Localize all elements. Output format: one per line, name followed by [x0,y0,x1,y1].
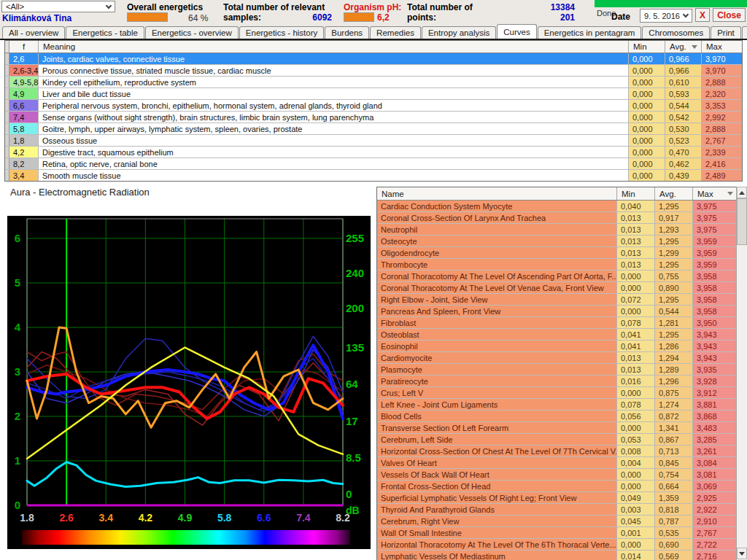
col-header-min[interactable]: Min [617,187,655,200]
tab-chromosomes[interactable]: Chromosomes [642,26,710,39]
samples-table-scrollbar[interactable] [736,187,747,560]
tab-curves[interactable]: Curves [497,24,536,39]
sample-row[interactable]: Plasmocyte0,0131,2893,935 [377,364,737,376]
tab-print[interactable]: Print [711,26,741,39]
sample-row[interactable]: Pancreas And Spleen, Front View0,0000,54… [377,306,737,317]
sample-row[interactable]: Cerebrum, Left Side0,0530,8673,285 [377,434,737,446]
frequency-row[interactable]: 8,2Retina, optic nerve, cranial bone0,00… [5,158,742,170]
sample-row[interactable]: Right Elbow - Joint, Side View0,0721,295… [377,294,737,306]
sample-row[interactable]: Wall Of Small Intestine0,0010,5352,767 [377,527,737,539]
col-header-avg[interactable]: Avg. [665,41,702,52]
max-cell: 2,888 [702,123,742,134]
sample-row[interactable]: Neutrophil0,0131,2933,975 [377,224,737,236]
tab-energetics-history[interactable]: Energetics - history [239,26,324,39]
sample-row[interactable]: Blood Cells0,0560,8723,868 [377,411,737,422]
frequency-cell: 2,6 [9,53,39,64]
svg-text:2: 2 [15,410,20,422]
tab-energetics-table[interactable]: Energetics - table [66,26,144,39]
frequency-row[interactable]: 6,6Peripheral nervous system, bronchi, e… [5,100,742,112]
svg-text:5: 5 [15,276,20,289]
min-cell: 0,000 [617,539,655,550]
max-cell: 3,868 [693,411,737,421]
max-cell: 3,959 [693,236,737,246]
sample-row[interactable]: Coronal Cross-Section Of Larynx And Trac… [377,212,737,224]
max-cell: 2,925 [693,492,737,503]
name-cell: Wall Of Small Intestine [377,527,617,538]
frequency-row[interactable]: 4,2Digestive tract, squamous epithelium0… [5,147,742,158]
sample-row[interactable]: Crus; Left V0,0000,8753,912 [377,387,737,399]
max-cell: 3,970 [702,53,742,64]
min-cell: 0,000 [629,135,665,146]
sample-row[interactable]: Coronal Thoracotomy At The Level Of Asce… [377,271,737,282]
date-dropdown[interactable]: 9. 5. 2016 [640,9,692,23]
col-header-min[interactable]: Min [629,41,665,52]
col-header-name[interactable]: Name [377,187,617,200]
frequency-row[interactable]: 4,9Liver and bile duct tissue0,0000,5932… [5,88,742,100]
frequency-row[interactable]: 4,9-5,8Kindey cell epithelium, reproduct… [5,77,742,88]
sample-row[interactable]: Lymphatic Vessels Of Mediastinum0,0140,5… [377,551,737,560]
frequency-row[interactable]: 5,8Goitre, lymph, upper airways, lymphat… [5,123,742,135]
avg-cell: 1,289 [655,364,693,375]
tab-all-overview[interactable]: All - overview [2,26,65,39]
close-button[interactable]: Close [713,8,746,22]
sample-row[interactable]: Frontal Cross-Section Of Head0,0000,6643… [377,481,737,492]
svg-text:6.6: 6.6 [257,512,271,524]
sample-row[interactable]: Paratireocyte0,0161,2963,928 [377,376,737,387]
sample-row[interactable]: Cardiac Conduction System Myocyte0,0401,… [377,201,737,212]
sample-row[interactable]: Eosinophil0,0411,2863,943 [377,341,737,352]
svg-text:3: 3 [15,365,20,378]
filter-dropdown[interactable]: <All> [1,1,115,12]
scrollbar-thumb[interactable] [737,198,747,245]
tab-energetics-in-pentagram[interactable]: Energetics in pentagram [538,26,642,39]
avg-cell: 0,890 [655,282,693,293]
min-cell: 0,013 [617,212,655,223]
tab-entropy-analysis[interactable]: Entropy analysis [422,26,496,39]
overall-energetics-label: Overall energetics [127,2,203,12]
avg-cell: 0,593 [665,88,702,99]
aura-chart[interactable]: 012345625524020013564178.50dB1.82.63.44.… [7,216,371,549]
avg-cell: 1,286 [655,341,693,351]
meaning-cell: Digestive tract, squamous epithelium [39,147,629,158]
avg-cell: 0,787 [655,516,693,526]
organism-ph-label: Organism pH: [344,2,401,12]
chevron-down-icon [683,12,689,18]
sample-row[interactable]: Coronal Thoracotomy At The Level Of Vena… [377,282,737,294]
tab-burdens[interactable]: Burdens [325,26,369,39]
col-header-max[interactable]: Max [693,187,737,200]
col-header-max[interactable]: Max [702,41,742,52]
sample-row[interactable]: Superficial Lymphatic Vessels Of Right L… [377,492,737,504]
sample-row[interactable]: Osteoblast0,0411,2953,943 [377,329,737,341]
sample-row[interactable]: Cardiomyocite0,0131,2943,943 [377,352,737,364]
name-cell: Coronal Thoracotomy At The Level Of Asce… [377,271,617,281]
frequency-row[interactable]: 2,6Joints, cardiac valves, connective ti… [5,53,742,65]
frequency-row[interactable]: 7,4Sense organs (without sight strength)… [5,112,742,123]
sample-row[interactable]: Horizontal Cross-Section Of Chest At The… [377,446,737,457]
svg-text:3.4: 3.4 [99,512,114,524]
sample-row[interactable]: Vessels Of Back Wall Of Heart0,0000,7543… [377,469,737,481]
sample-row[interactable]: Thyroid And Parathyroid Glands0,0030,818… [377,504,737,516]
tab-energetics-overview[interactable]: Energetics - overview [145,26,239,39]
tab-log[interactable]: Log [742,26,747,39]
sample-row[interactable]: Osteocyte0,0131,2953,959 [377,236,737,247]
scroll-down-button[interactable] [737,548,747,559]
sample-row[interactable]: Left Knee - Joint Cum Ligaments0,0781,27… [377,399,737,411]
scroll-up-button[interactable] [737,187,747,198]
delete-button[interactable]: X [695,8,710,22]
sample-row[interactable]: Oligodendrocyte0,0131,2993,959 [377,247,737,259]
col-header-f[interactable]: f [9,41,39,52]
col-header-avg[interactable]: Avg. [655,187,693,200]
frequency-row[interactable]: 3,4Smooth muscle tissue0,0000,4392,489 [5,170,742,182]
col-header-meaning[interactable]: Meaning [39,41,629,52]
date-value: 9. 5. 2016 [644,12,680,20]
sample-row[interactable]: Transverse Section Of Left Forearm0,0001… [377,422,737,434]
sample-row[interactable]: Fibroblast0,0781,2813,950 [377,317,737,329]
max-cell: 2,767 [693,527,737,538]
sample-row[interactable]: Cerebrum, Right View0,0450,7872,910 [377,516,737,527]
sample-row[interactable]: Horizontal Thoracotomy At The Level Of T… [377,539,737,551]
sample-row[interactable]: Thrombocyte0,0131,2953,959 [377,259,737,271]
sample-row[interactable]: Valves Of Heart0,0040,8453,084 [377,457,737,469]
frequency-row[interactable]: 1,8Osseous tissue0,0000,5232,767 [5,135,742,147]
tab-remedies[interactable]: Remedies [370,26,421,39]
frequency-row[interactable]: 2,6-3,4Porous connective tissue, striate… [5,65,742,77]
name-cell: Cardiac Conduction System Myocyte [377,201,617,211]
